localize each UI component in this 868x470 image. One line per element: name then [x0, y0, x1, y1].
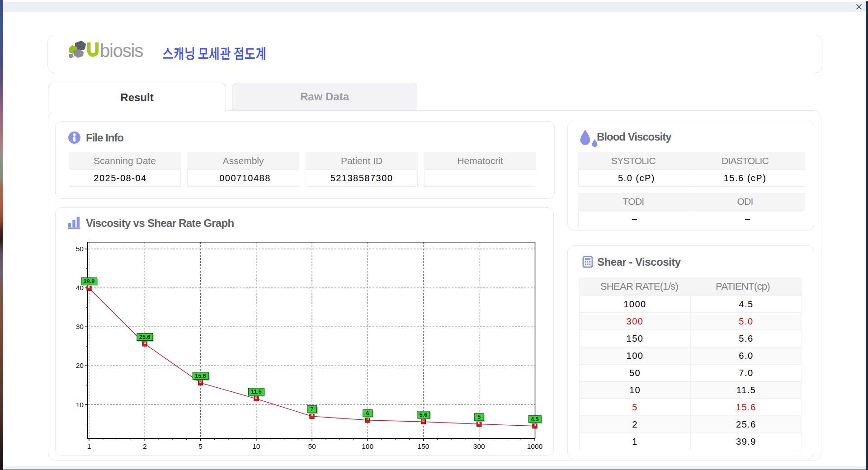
svg-text:10: 10 — [76, 401, 84, 409]
svg-text:2: 2 — [143, 442, 147, 450]
svg-text:7: 7 — [311, 406, 314, 413]
svg-text:100: 100 — [362, 442, 373, 450]
svg-text:6: 6 — [366, 410, 369, 417]
svg-text:5.6: 5.6 — [420, 412, 427, 418]
svg-text:50: 50 — [308, 442, 316, 450]
svg-text:30: 30 — [76, 323, 84, 330]
svg-text:50: 50 — [76, 245, 84, 253]
svg-text:300: 300 — [473, 442, 485, 450]
svg-text:39.9: 39.9 — [84, 278, 94, 285]
svg-text:10: 10 — [252, 442, 260, 450]
svg-text:15.6: 15.6 — [195, 373, 206, 379]
svg-text:4.5: 4.5 — [531, 416, 538, 423]
svg-text:1000: 1000 — [527, 442, 543, 450]
svg-text:11.5: 11.5 — [251, 389, 262, 395]
svg-text:150: 150 — [418, 442, 429, 450]
svg-text:20: 20 — [76, 362, 84, 369]
svg-text:25.6: 25.6 — [139, 334, 150, 340]
svg-text:1: 1 — [87, 442, 91, 450]
svg-text:5: 5 — [477, 414, 481, 420]
svg-text:5: 5 — [198, 442, 203, 450]
svg-text:biosis: biosis — [100, 41, 143, 61]
